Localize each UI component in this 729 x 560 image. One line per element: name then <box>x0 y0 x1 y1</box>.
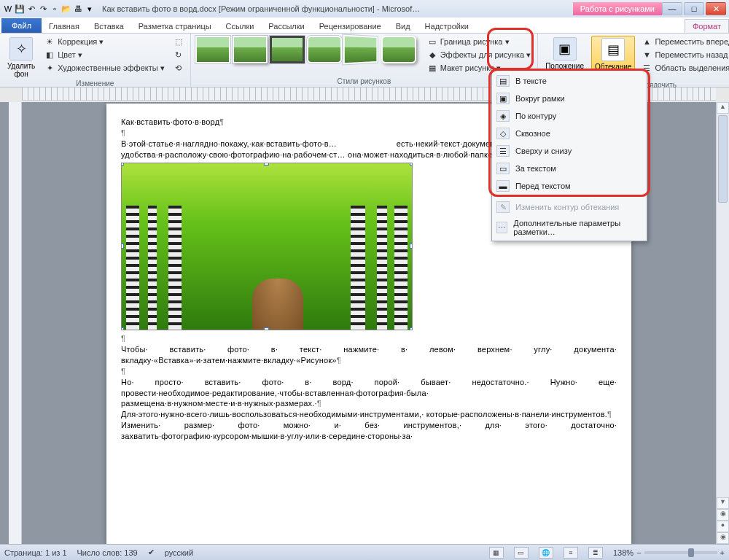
wrap-square-icon: ▣ <box>496 93 510 104</box>
color-button[interactable]: ◧Цвет ▾ <box>42 49 167 61</box>
compress-pic-button[interactable]: ⬚ <box>171 36 186 47</box>
undo-icon[interactable]: ↶ <box>26 4 36 14</box>
wrap-text-menu: ▤В тексте ▣Вокруг рамки ◈По контуру ◇Скв… <box>491 70 647 241</box>
wrap-front-icon: ▬ <box>496 180 510 192</box>
layout-icon: ▦ <box>427 63 437 73</box>
status-page[interactable]: Страница: 1 из 1 <box>4 548 67 557</box>
ribbon-tabs: Файл Главная Вставка Разметка страницы С… <box>0 18 729 34</box>
send-backward-button[interactable]: ▼Переместить назад ▾ <box>639 49 729 61</box>
qat-more-icon[interactable]: ▾ <box>85 4 95 14</box>
position-button[interactable]: ▣Положение <box>542 36 587 71</box>
change-pic-button[interactable]: ↻ <box>171 49 186 61</box>
wrap-topbot-icon: ☰ <box>496 145 510 157</box>
prev-page-button[interactable]: ◉ <box>717 509 729 521</box>
menu-through[interactable]: ◇Сквозное <box>494 125 645 142</box>
tab-references[interactable]: Ссылки <box>219 20 262 33</box>
menu-in-front[interactable]: ▬Перед текстом <box>494 177 645 195</box>
view-outline[interactable]: ≡ <box>564 547 578 559</box>
resize-handle-r[interactable] <box>410 244 413 249</box>
next-page-button[interactable]: ◉ <box>717 532 729 544</box>
resize-handle-tl[interactable] <box>121 163 124 166</box>
scroll-thumb[interactable] <box>718 115 728 203</box>
status-word-count[interactable]: Число слов: 139 <box>77 548 138 557</box>
print-icon[interactable]: 🖶 <box>73 4 83 14</box>
picture-effects-button[interactable]: ◆Эффекты для рисунка ▾ <box>425 49 533 61</box>
group-label-adjust: Изменение <box>4 79 186 88</box>
tab-page-layout[interactable]: Разметка страницы <box>131 20 219 33</box>
wrap-behind-icon: ▭ <box>496 163 510 174</box>
resize-handle-bl[interactable] <box>121 327 124 330</box>
view-full-screen[interactable]: ▭ <box>514 547 529 559</box>
window-title: Как вставить фото в ворд.docx [Режим огр… <box>102 4 570 13</box>
vertical-ruler[interactable] <box>9 102 22 544</box>
resize-handle-b[interactable] <box>264 327 269 330</box>
tab-view[interactable]: Вид <box>389 20 418 33</box>
doc-p2: Чтобы· вставить· фото· в· текст· нажмите… <box>121 344 617 366</box>
doc-p3: Но· просто· вставить· фото· в· ворд· пор… <box>121 377 617 410</box>
doc-empty-para-3 <box>121 366 617 377</box>
menu-in-line[interactable]: ▤В тексте <box>494 72 645 90</box>
resize-handle-t[interactable] <box>264 163 269 166</box>
status-zoom-pct[interactable]: 138% <box>613 548 634 557</box>
corrections-button[interactable]: ☀Коррекция ▾ <box>42 36 167 47</box>
redo-icon[interactable]: ↷ <box>38 4 48 14</box>
picture-border-button[interactable]: ▭Граница рисунка ▾ <box>425 36 533 47</box>
status-bar: Страница: 1 из 1 Число слов: 139 ✔ русск… <box>0 544 729 560</box>
reset-icon: ⟲ <box>174 63 184 73</box>
reset-pic-button[interactable]: ⟲ <box>171 62 186 74</box>
picture-styles-gallery[interactable] <box>195 36 416 63</box>
wrap-inline-icon: ▤ <box>496 75 510 87</box>
brightness-icon: ☀ <box>44 36 55 47</box>
menu-edit-wrap-points: ✎Изменить контур обтекания <box>494 198 645 216</box>
zoom-in-button[interactable]: + <box>720 548 725 557</box>
remove-background-button[interactable]: ✧ Удалить фон <box>4 36 38 79</box>
view-draft[interactable]: ≣ <box>588 547 603 559</box>
save-icon[interactable]: 💾 <box>15 4 25 14</box>
selection-pane-button[interactable]: ☰Область выделения <box>639 62 729 74</box>
open-icon[interactable]: 📂 <box>61 4 71 14</box>
title-bar: W 💾 ↶ ↷ ▫ 📂 🖶 ▾ Как вставить фото в ворд… <box>0 0 729 18</box>
tab-format[interactable]: Формат <box>685 19 729 33</box>
bring-forward-button[interactable]: ▲Переместить вперед ▾ <box>639 36 729 47</box>
scroll-up-arrow[interactable]: ▲ <box>717 102 729 114</box>
status-proofing-icon[interactable]: ✔ <box>148 548 155 557</box>
scroll-down-arrow[interactable]: ▼ <box>717 497 729 509</box>
quick-access-toolbar: W 💾 ↶ ↷ ▫ 📂 🖶 ▾ <box>3 4 95 14</box>
menu-square[interactable]: ▣Вокруг рамки <box>494 90 645 107</box>
tab-addins[interactable]: Надстройки <box>418 20 476 33</box>
selected-image[interactable] <box>121 163 413 330</box>
menu-tight[interactable]: ◈По контуру <box>494 107 645 125</box>
doc-empty-para-2 <box>121 333 617 344</box>
contextual-tab-title: Работа с рисунками <box>573 2 662 15</box>
bring-fwd-icon: ▲ <box>642 36 652 47</box>
menu-more-layout-options[interactable]: ⋯Дополнительные параметры разметки… <box>494 216 645 239</box>
tab-review[interactable]: Рецензирование <box>312 20 389 33</box>
zoom-out-button[interactable]: − <box>636 548 641 557</box>
window-minimize-button[interactable]: — <box>662 2 682 15</box>
word-app-icon: W <box>3 4 13 14</box>
view-web-layout[interactable]: 🌐 <box>539 547 553 559</box>
pic-effects-icon: ◆ <box>427 50 437 60</box>
zoom-slider[interactable] <box>644 551 717 554</box>
tab-home[interactable]: Главная <box>42 20 87 33</box>
wrap-tight-icon: ◈ <box>496 110 510 122</box>
resize-handle-br[interactable] <box>410 327 413 330</box>
window-close-button[interactable]: ✕ <box>706 2 726 15</box>
menu-top-bottom[interactable]: ☰Сверху и снизу <box>494 142 645 160</box>
edit-points-icon: ✎ <box>496 201 510 213</box>
browse-object-button[interactable]: ● <box>717 521 729 532</box>
window-maximize-button[interactable]: □ <box>684 2 704 15</box>
artistic-effects-button[interactable]: ✦Художественные эффекты ▾ <box>42 62 167 74</box>
vertical-scrollbar[interactable]: ▲ ▼ ◉ ● ◉ <box>716 102 729 544</box>
resize-handle-tr[interactable] <box>410 163 413 166</box>
menu-behind-text[interactable]: ▭За текстом <box>494 160 645 177</box>
resize-handle-l[interactable] <box>121 244 124 249</box>
view-print-layout[interactable]: ▦ <box>489 547 504 559</box>
tab-file[interactable]: Файл <box>1 18 42 33</box>
new-icon[interactable]: ▫ <box>50 4 60 14</box>
tab-mailings[interactable]: Рассылки <box>261 20 311 33</box>
tab-insert[interactable]: Вставка <box>87 20 131 33</box>
status-language[interactable]: русский <box>165 548 193 557</box>
group-label-styles: Стили рисунков <box>195 77 533 85</box>
position-icon: ▣ <box>553 37 577 61</box>
